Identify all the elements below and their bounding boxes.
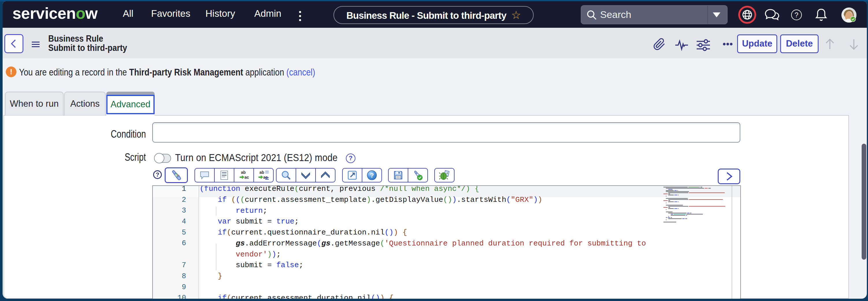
svg-text:ac: ac (244, 175, 249, 180)
svg-text:?: ? (370, 172, 374, 179)
svg-text:ab: ab (259, 170, 264, 175)
svg-text:ab: ab (241, 170, 246, 175)
